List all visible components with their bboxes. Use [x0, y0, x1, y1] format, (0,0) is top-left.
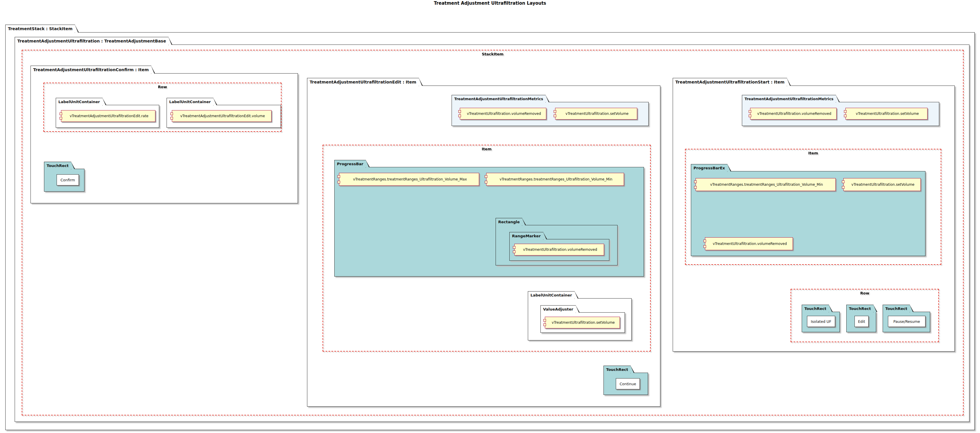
pause-resume-button: Pause/Resume — [888, 316, 926, 327]
valueadjuster-tab: ValueAdjuster — [541, 305, 576, 313]
component-start-metrics-setvolume: vTreatmentUltrafiltration.setVolume — [845, 108, 928, 119]
component-edit-metrics-volumeremoved: vTreatmentUltrafiltration.volumeRemoved — [460, 108, 546, 119]
diagram-title: Treatment Adjustment Ultrafiltration Lay… — [0, 1, 980, 6]
edit-metrics-tab: TreatmentAdjustmentUltrafiltrationMetric… — [452, 95, 546, 103]
start-row-frame-label: Row — [791, 291, 939, 295]
progressbarex-tab: ProgressBarEx — [691, 164, 727, 172]
component-valueadjuster-setvolume: vTreatmentUltrafiltration.setVolume — [545, 317, 620, 328]
component-edit-metrics-setvolume: vTreatmentUltrafiltration.setVolume — [555, 108, 637, 119]
component-ex-volume-min: vTreatmentRanges.treatmentRanges_Ultrafi… — [695, 178, 836, 191]
rectangle-tab: Rectangle — [496, 218, 522, 225]
isolated-uf-touchrect-tab: TouchRect — [802, 305, 829, 312]
stackitem-frame-label: StackItem — [22, 52, 963, 56]
isolated-uf-button: Isolated UF — [807, 316, 835, 327]
progressbar-tab: ProgressBar — [334, 160, 366, 168]
component-edit-rate: vTreatmentAdjustmentUltrafiltrationEdit.… — [61, 110, 156, 122]
component-volume-min: vTreatmentRanges.treatmentRanges_Ultrafi… — [486, 173, 624, 186]
confirm-row-frame-label: Row — [44, 85, 281, 89]
start-item-frame-label: Item — [686, 151, 941, 155]
confirm-row-frame: Row — [43, 82, 282, 132]
edit-package-tab: TreatmentAdjustmentUltrafiltrationEdit :… — [307, 78, 419, 86]
component-volume-max: vTreatmentRanges.treatmentRanges_Ultrafi… — [339, 173, 479, 186]
edit-touchrect-tab: TouchRect — [846, 305, 873, 312]
continue-button: Continue — [616, 378, 640, 389]
start-metrics-tab: TreatmentAdjustmentUltrafiltrationMetric… — [742, 95, 836, 103]
component-ex-volumeremoved: vTreatmentUltrafiltration.volumeRemoved — [705, 237, 793, 250]
confirm-button: Confirm — [57, 174, 79, 186]
treatmentstack-package-tab: TreatmentStack : StackItem — [5, 25, 75, 33]
edit-item-frame-label: Item — [323, 147, 650, 151]
edit-button: Edit — [854, 316, 869, 327]
component-start-metrics-volumeremoved: vTreatmentUltrafiltration.volumeRemoved — [750, 108, 837, 119]
edit-labelunitcontainer-tab: LabelUnitContainer — [528, 291, 575, 299]
labelunitcontainer-volume-tab: LabelUnitContainer — [167, 98, 213, 105]
diagram-canvas: Treatment Adjustment Ultrafiltration Lay… — [0, 0, 980, 433]
component-edit-volume: vTreatmentAdjustmentUltrafiltrationEdit.… — [172, 110, 272, 122]
start-package-tab: TreatmentAdjustmentUltrafiltrationStart … — [673, 78, 787, 86]
confirm-package-tab: TreatmentAdjustmentUltrafiltrationConfir… — [30, 66, 151, 74]
confirm-touchrect-tab: TouchRect — [44, 162, 71, 169]
adjustment-base-package-tab: TreatmentAdjustmentUltrafiltration : Tre… — [15, 37, 169, 45]
start-row-frame: Row — [791, 289, 939, 342]
rangemarker-tab: RangeMarker — [509, 232, 543, 239]
component-ex-setvolume: vTreatmentUltrafiltration.setVolume — [843, 178, 921, 191]
pause-resume-touchrect-tab: TouchRect — [883, 305, 910, 312]
continue-touchrect-tab: TouchRect — [603, 366, 631, 373]
labelunitcontainer-rate-tab: LabelUnitContainer — [56, 98, 103, 105]
component-rangemarker-volumeremoved: vTreatmentUltrafiltration.volumeRemoved — [514, 244, 604, 255]
